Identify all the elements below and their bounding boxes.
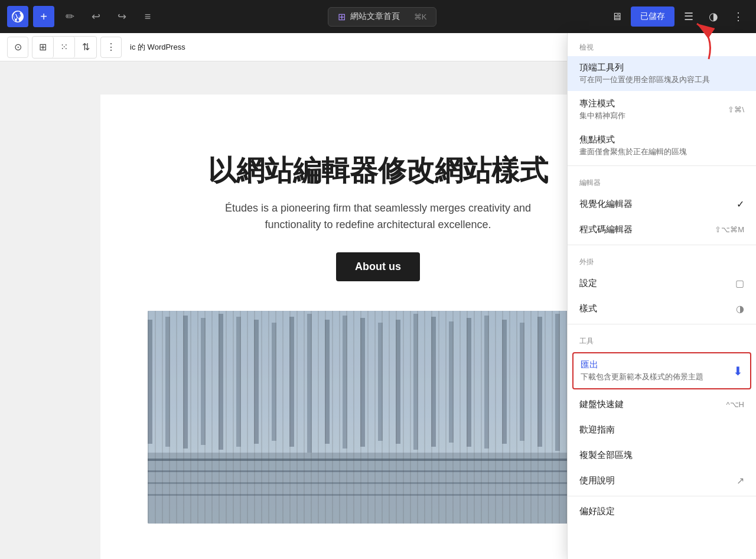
- divider-1: [568, 165, 756, 166]
- top-toolbar-title: 頂端工具列: [579, 62, 744, 73]
- preferences-title: 偏好設定: [579, 506, 615, 517]
- settings-icon: ▢: [735, 278, 744, 289]
- settings-item[interactable]: 設定 ▢: [568, 271, 756, 296]
- welcome-guide-title: 歡迎指南: [579, 424, 615, 436]
- visual-editor-item[interactable]: 視覺化編輯器 ✓: [568, 191, 756, 217]
- copy-all-blocks-title: 複製全部區塊: [579, 450, 633, 461]
- divider-2: [568, 245, 756, 245]
- focus-mode-shortcut: ⇧⌘\: [728, 105, 744, 114]
- tools-section-label: 工具: [568, 327, 756, 350]
- top-toolbar-desc: 可在同一位置使用全部區塊及內容工具: [579, 74, 744, 85]
- top-toolbar-item[interactable]: 頂端工具列 可在同一位置使用全部區塊及內容工具: [568, 56, 756, 91]
- code-editor-shortcut: ⇧⌥⌘M: [715, 225, 744, 234]
- spotlight-desc: 畫面僅會聚焦於正在編輯的區塊: [579, 147, 744, 157]
- keyboard-shortcuts-shortcut: ^⌥H: [726, 400, 745, 409]
- spotlight-title: 焦點模式: [579, 134, 744, 145]
- styles-icon: ◑: [736, 303, 744, 314]
- code-editor-item[interactable]: 程式碼編輯器 ⇧⌥⌘M: [568, 217, 756, 242]
- visual-editor-check-icon: ✓: [737, 199, 744, 210]
- spotlight-mode-item[interactable]: 焦點模式 畫面僅會聚焦於正在編輯的區塊: [568, 128, 756, 163]
- export-desc: 下載包含更新範本及樣式的佈景主題: [581, 372, 703, 382]
- divider-4: [568, 496, 756, 496]
- keyboard-shortcuts-item[interactable]: 鍵盤快速鍵 ^⌥H: [568, 392, 756, 417]
- copy-all-blocks-item[interactable]: 複製全部區塊: [568, 443, 756, 468]
- help-external-link-icon: ↗: [737, 475, 744, 486]
- help-title: 使用說明: [579, 475, 615, 486]
- export-item[interactable]: 匯出 下載包含更新範本及樣式的佈景主題 ⬇: [572, 352, 751, 389]
- styles-title: 樣式: [579, 303, 597, 314]
- dropdown-overlay: 檢視 頂端工具列 可在同一位置使用全部區塊及內容工具 專注模式 集中精神寫作 ⇧…: [0, 0, 756, 559]
- code-editor-title: 程式碼編輯器: [579, 224, 633, 235]
- editor-section-label: 編輯器: [568, 168, 756, 191]
- export-title: 匯出: [581, 359, 703, 370]
- plugins-section-label: 外掛: [568, 248, 756, 271]
- export-download-icon: ⬇: [733, 364, 743, 378]
- help-item[interactable]: 使用說明 ↗: [568, 468, 756, 493]
- keyboard-shortcuts-title: 鍵盤快速鍵: [579, 399, 624, 410]
- preferences-item[interactable]: 偏好設定: [568, 499, 756, 524]
- focus-mode-desc: 集中精神寫作: [579, 110, 625, 121]
- focus-mode-info: 專注模式 集中精神寫作: [579, 98, 625, 121]
- export-info: 匯出 下載包含更新範本及樣式的佈景主題: [581, 359, 703, 382]
- settings-title: 設定: [579, 278, 597, 289]
- welcome-guide-item[interactable]: 歡迎指南: [568, 417, 756, 443]
- view-section-label: 檢視: [568, 33, 756, 56]
- styles-item[interactable]: 樣式 ◑: [568, 296, 756, 321]
- options-dropdown: 檢視 頂端工具列 可在同一位置使用全部區塊及內容工具 專注模式 集中精神寫作 ⇧…: [567, 33, 756, 559]
- visual-editor-title: 視覺化編輯器: [579, 199, 633, 210]
- divider-3: [568, 324, 756, 324]
- focus-mode-item[interactable]: 專注模式 集中精神寫作 ⇧⌘\: [568, 91, 756, 128]
- focus-mode-title: 專注模式: [579, 98, 625, 109]
